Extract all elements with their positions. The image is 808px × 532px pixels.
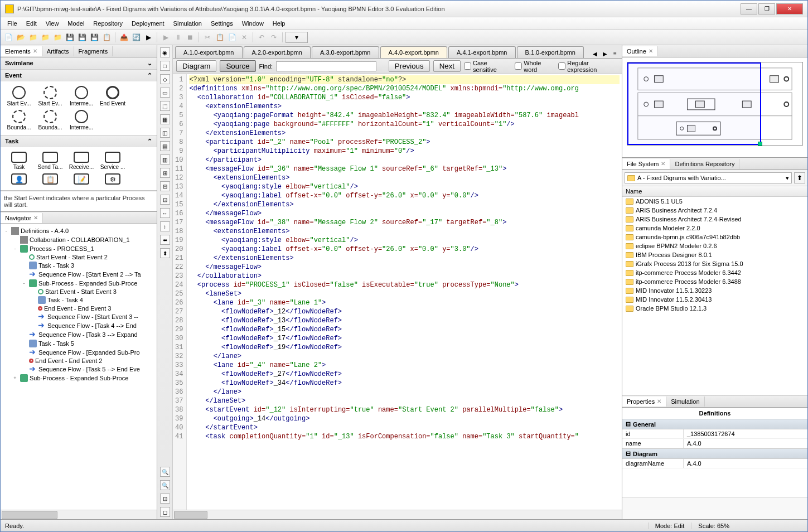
collapse-icon[interactable]: ⌄ [147,60,152,67]
tool-icon[interactable]: ⊟ [160,181,170,191]
menu-view[interactable]: View [41,18,64,28]
tree-node[interactable]: +Sub-Process - Expanded Sub-Proce [3,374,154,383]
tab-menu-icon[interactable]: ≡ [611,49,620,58]
tree-node[interactable]: Task - Task 4 [3,296,154,304]
expand-icon[interactable] [30,306,36,311]
close-icon[interactable]: ✕ [657,398,661,404]
expand-icon[interactable] [30,323,36,328]
menu-deployment[interactable]: Deployment [127,18,169,28]
close-button[interactable]: ✕ [776,3,803,14]
expand-icon[interactable]: + [12,375,18,381]
tree-node[interactable]: ➜Sequence Flow - [Task 4 --> End [3,321,154,330]
tab-prev-icon[interactable]: ◀ [591,49,599,58]
saveas-icon[interactable]: 💾 [76,32,88,43]
open4-icon[interactable]: 📁 [52,32,63,43]
tree-node[interactable]: -Process - PROCESS_1 [3,244,154,253]
filesystem-tab[interactable]: File System ✕ [622,159,670,169]
tab-fragments[interactable]: Fragments [74,46,113,56]
pause-icon[interactable]: ⏸ [172,32,183,43]
tree-node[interactable]: ➜Sequence Flow - [Task 5 --> End Eve [3,365,154,374]
close-icon[interactable]: ✕ [649,48,653,54]
diagram-section[interactable]: ⊟Diagram [622,448,807,459]
delete-icon[interactable]: ✕ [239,32,250,43]
file-tab[interactable]: A.1.0-export.bpmn [175,46,243,58]
tool-icon[interactable]: ◉ [160,47,170,57]
tab-artifacts[interactable]: Artifacts [42,46,74,56]
menu-window[interactable]: Window [238,18,268,28]
folder-row[interactable]: iGrafx Process 2013 for Six Sigma 15.0 [622,259,807,268]
tool-icon[interactable]: □ [160,61,170,71]
folder-row[interactable]: eclipse BPMN2 Modeler 0.2.6 [622,241,807,250]
run-icon[interactable]: ▶ [143,32,154,43]
palette-task-item[interactable]: 📋 [35,172,65,187]
file-tab[interactable]: A.3.0-export.bpmn [312,46,379,58]
play-icon[interactable]: ▶ [160,32,171,43]
zoom-fit-icon[interactable]: ⊡ [160,494,170,504]
stop-icon[interactable]: ⏹ [185,32,196,43]
navigator-tree[interactable]: -Definitions - A.4.0 Collaboration - COL… [1,224,157,510]
close-icon[interactable]: ✕ [33,215,38,221]
expand-icon[interactable] [21,358,27,364]
name-header[interactable]: Name [622,186,807,197]
menu-settings[interactable]: Settings [206,18,238,28]
palette-task-item[interactable]: Service ... [98,151,128,171]
expand-icon[interactable] [21,254,27,260]
expand-icon[interactable] [21,272,27,277]
folder-row[interactable]: IBM Process Designer 8.0.1 [622,250,807,259]
redo-icon[interactable]: ↷ [268,32,279,43]
outline-view[interactable] [622,57,807,158]
minimize-button[interactable]: — [741,3,757,14]
folder-row[interactable]: itp-commerce Process Modeler 6.3442 [622,268,807,277]
next-button[interactable]: Next [433,60,461,72]
undo-icon[interactable]: ↶ [256,32,267,43]
expand-icon[interactable] [30,314,36,320]
export-icon[interactable]: 📋 [101,32,112,43]
palette-event-item[interactable]: Start Ev... [35,85,65,108]
up-icon[interactable]: ⬆ [794,172,805,183]
zoom-in-icon[interactable]: 🔍 [160,467,170,477]
tree-node[interactable]: ➜Sequence Flow - [Expanded Sub-Pro [3,348,154,357]
folder-row[interactable]: MID Innovator 11.5.2.30413 [622,295,807,304]
file-tab[interactable]: B.1.0-export.bpmn [517,46,584,58]
new-icon[interactable]: 📄 [3,32,14,43]
open3-icon[interactable]: 📁 [40,32,51,43]
palette-event-item[interactable]: Interme... [66,109,96,132]
tree-node[interactable]: -Sub-Process - Expanded Sub-Proce [3,279,154,288]
prop-row[interactable]: id _1385003172674 [622,429,807,439]
palette-event-item[interactable]: Interme... [66,85,96,108]
tool-icon[interactable]: ⊞ [160,168,170,178]
expand-icon[interactable]: - [12,246,18,252]
palette-event-item[interactable]: End Event [98,85,128,108]
tool-icon[interactable]: ↔ [160,208,170,218]
navigator-tab[interactable]: Navigator ✕ [1,213,43,223]
expand-icon[interactable] [30,297,36,303]
general-section[interactable]: ⊟General [622,419,807,429]
previous-button[interactable]: Previous [389,60,430,72]
source-button[interactable]: Source [220,60,255,72]
expand-icon[interactable]: - [3,228,9,234]
collapse-icon[interactable]: ⌃ [147,138,152,145]
defrepo-tab[interactable]: Definitions Repository [670,159,739,169]
prop-row[interactable]: name A.4.0 [622,439,807,448]
palette-event-item[interactable]: Bounda... [35,109,65,132]
cut-icon[interactable]: ✂ [202,32,213,43]
tool-icon[interactable]: ▦ [160,114,170,124]
chevron-down-icon[interactable]: ▾ [786,175,789,182]
collapse-icon[interactable]: ⌃ [147,72,152,79]
palette-event-item[interactable]: Start Ev... [4,85,34,108]
tool-icon[interactable]: ▭ [160,88,170,98]
tool-icon[interactable]: ⊡ [160,195,170,205]
expand-icon[interactable] [12,237,18,243]
folder-row[interactable]: MID Innovator 11.5.1.30223 [622,286,807,295]
tree-node[interactable]: End Event - End Event 2 [3,357,154,365]
palette-task-item[interactable]: 👤 [4,172,34,187]
zoom-out-icon[interactable]: 🔍 [160,480,170,490]
paste-icon[interactable]: 📄 [226,32,238,43]
folder-row[interactable]: camunda-bpmn.js c906a7c941b82dbb [622,233,807,241]
folder-row[interactable]: ARIS Business Architect 7.2.4 [622,206,807,215]
tree-node[interactable]: Start Event - Start Event 2 [3,253,154,261]
open2-icon[interactable]: 📁 [27,32,38,43]
menu-repository[interactable]: Repository [89,18,127,28]
swimlane-section[interactable]: Swimlane ⌄ [1,57,157,69]
prop-val[interactable]: A.4.0 [684,439,807,448]
